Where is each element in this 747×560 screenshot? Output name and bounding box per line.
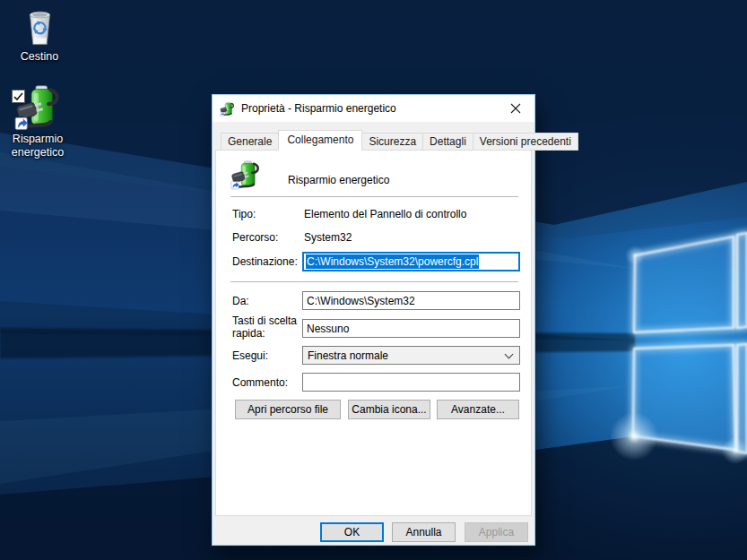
cancel-button[interactable]: Annulla (392, 522, 456, 542)
shortcut-name: Risparmio energetico (288, 174, 389, 186)
apply-button: Applica (465, 522, 528, 542)
tab-sicurezza[interactable]: Sicurezza (361, 133, 423, 151)
titlebar-battery-icon (220, 101, 235, 116)
tasti-label: Tasti di scelta rapida: (232, 314, 304, 340)
desktop: Cestino Risparmio energetico Proprietà -… (0, 0, 747, 560)
esegui-label: Esegui: (232, 349, 304, 362)
destinazione-input[interactable]: C:\Windows\System32\powercfg.cpl (302, 252, 520, 271)
advanced-button[interactable]: Avanzate... (437, 400, 519, 419)
percorso-label: Percorso: (232, 231, 304, 244)
tab-collegamento[interactable]: Collegamento (278, 130, 362, 151)
tab-page-collegamento: Risparmio energetico Tipo: Elemento del … (215, 150, 532, 516)
esegui-combobox[interactable]: Finestra normale (302, 346, 520, 365)
close-icon (510, 103, 521, 114)
selection-checkbox-icon[interactable] (12, 90, 25, 107)
dialog-titlebar[interactable]: Proprietà - Risparmio energetico (213, 95, 534, 122)
commento-input[interactable] (302, 373, 520, 392)
tipo-label: Tipo: (232, 208, 304, 220)
destinazione-selected-text: C:\Windows\System32\powercfg.cpl (306, 254, 479, 269)
tasti-input[interactable] (302, 319, 520, 338)
recycle-bin-icon (19, 6, 61, 48)
icon-label-risparmio: Risparmio energetico (2, 133, 74, 159)
esegui-value: Finestra normale (308, 349, 388, 362)
tab-dettagli[interactable]: Dettagli (422, 133, 473, 151)
dialog-title: Proprietà - Risparmio energetico (241, 102, 396, 115)
properties-dialog: Proprietà - Risparmio energetico General… (212, 94, 535, 546)
close-button[interactable] (497, 95, 534, 122)
desktop-icon-risparmio-energetico[interactable]: Risparmio energetico (2, 83, 74, 159)
ok-button[interactable]: OK (320, 522, 384, 542)
tab-versioni-precedenti[interactable]: Versioni precedenti (473, 133, 578, 151)
shortcut-battery-icon (230, 159, 261, 190)
change-icon-button[interactable]: Cambia icona... (348, 400, 430, 419)
tipo-value: Elemento del Pannello di controllo (304, 208, 466, 220)
da-input[interactable] (302, 291, 520, 310)
chevron-down-icon (505, 350, 514, 359)
da-label: Da: (232, 295, 304, 307)
divider (230, 281, 518, 282)
percorso-value: System32 (304, 231, 352, 244)
tab-generale[interactable]: Generale (221, 133, 279, 151)
tab-strip: Generale Collegamento Sicurezza Dettagli… (221, 130, 578, 151)
open-file-location-button[interactable]: Apri percorso file (235, 400, 341, 419)
destinazione-label: Destinazione: (232, 255, 304, 268)
desktop-icon-recycle-bin[interactable]: Cestino (7, 6, 72, 64)
icon-label-cestino: Cestino (21, 50, 58, 64)
divider (230, 196, 518, 197)
commento-label: Commento: (232, 376, 304, 389)
